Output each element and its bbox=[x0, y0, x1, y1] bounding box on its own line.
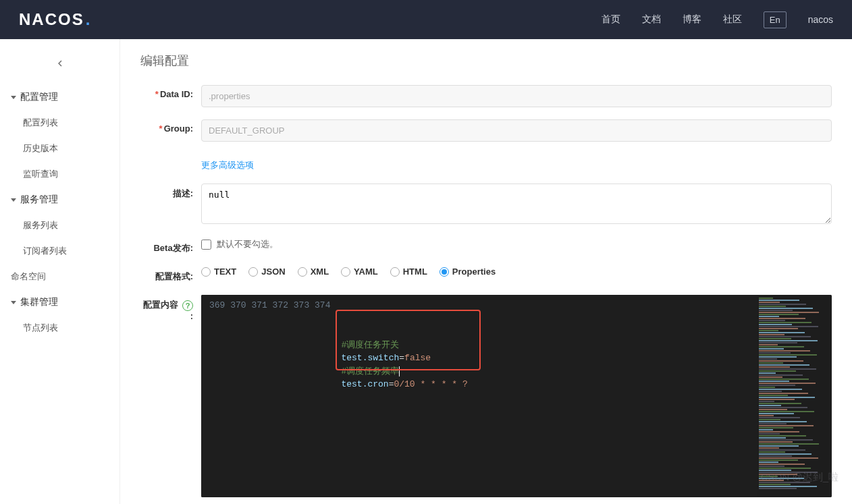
format-radio-html[interactable]: HTML bbox=[390, 267, 427, 277]
nav-community[interactable]: 社区 bbox=[723, 13, 742, 26]
more-options-link[interactable]: 更多高级选项 bbox=[201, 159, 254, 171]
editor-code[interactable]: #调度任务开关 test.switch=false #调度任务频率 test.c… bbox=[336, 295, 757, 497]
code-editor[interactable]: 369 370 371 372 373 374 #调度任务开关 test.swi… bbox=[201, 295, 832, 497]
editor-gutter: 369 370 371 372 373 374 bbox=[201, 295, 336, 497]
radio-icon bbox=[201, 267, 211, 277]
nav-home[interactable]: 首页 bbox=[602, 13, 620, 26]
main-content: 编辑配置 *Data ID: *Group: 更多高级选项 描述: null bbox=[120, 39, 852, 504]
radio-icon bbox=[390, 267, 400, 277]
group-input bbox=[201, 119, 832, 142]
menu-group-service[interactable]: 服务管理 bbox=[0, 187, 119, 213]
caret-down-icon bbox=[11, 96, 16, 99]
logo: NACOS. bbox=[19, 10, 91, 29]
user-label[interactable]: nacos bbox=[808, 14, 833, 25]
header-nav: 首页 文档 博客 社区 En nacos bbox=[602, 11, 833, 28]
radio-icon bbox=[298, 267, 307, 277]
help-icon[interactable]: ? bbox=[182, 300, 193, 311]
label-group: *Group: bbox=[140, 119, 201, 134]
radio-icon bbox=[341, 267, 350, 277]
label-desc: 描述: bbox=[140, 184, 201, 200]
desc-textarea[interactable]: null bbox=[201, 184, 832, 224]
app-header: NACOS. 首页 文档 博客 社区 En nacos bbox=[0, 0, 852, 39]
sidebar-item-node-list[interactable]: 节点列表 bbox=[0, 315, 119, 341]
sidebar-item-service-list[interactable]: 服务列表 bbox=[0, 213, 119, 238]
beta-checkbox-label: 默认不要勾选。 bbox=[217, 238, 278, 250]
sidebar-item-config-list[interactable]: 配置列表 bbox=[0, 110, 119, 136]
caret-down-icon bbox=[11, 198, 16, 202]
format-radio-json[interactable]: JSON bbox=[248, 267, 285, 277]
label-content: 配置内容 ? : bbox=[140, 295, 201, 321]
sidebar-item-namespace[interactable]: 命名空间 bbox=[0, 264, 119, 289]
nav-blog[interactable]: 博客 bbox=[683, 13, 701, 26]
format-radio-text[interactable]: TEXT bbox=[201, 267, 236, 277]
radio-icon bbox=[248, 267, 258, 277]
sidebar: 配置管理 配置列表 历史版本 监听查询 服务管理 服务列表 订阅者列表 命名空间… bbox=[0, 39, 120, 504]
format-radio-group: TEXTJSONXMLYAMLHTMLProperties bbox=[201, 267, 832, 277]
label-beta: Beta发布: bbox=[140, 238, 201, 254]
menu-group-cluster[interactable]: 集群管理 bbox=[0, 289, 119, 315]
data-id-input bbox=[201, 85, 832, 107]
format-radio-properties[interactable]: Properties bbox=[440, 267, 496, 277]
lang-toggle[interactable]: En bbox=[764, 11, 787, 28]
page-title: 编辑配置 bbox=[140, 53, 832, 69]
label-data-id: *Data ID: bbox=[140, 85, 201, 99]
chevron-left-icon bbox=[55, 58, 65, 69]
sidebar-item-history[interactable]: 历史版本 bbox=[0, 136, 119, 161]
nav-docs[interactable]: 文档 bbox=[642, 13, 661, 26]
caret-down-icon bbox=[11, 301, 16, 304]
label-format: 配置格式: bbox=[140, 267, 201, 283]
editor-minimap[interactable] bbox=[757, 295, 832, 497]
sidebar-item-listener[interactable]: 监听查询 bbox=[0, 161, 119, 187]
menu-group-config[interactable]: 配置管理 bbox=[0, 84, 119, 110]
collapse-sidebar-button[interactable] bbox=[0, 51, 119, 84]
beta-checkbox[interactable] bbox=[201, 240, 211, 250]
radio-icon bbox=[440, 267, 449, 277]
sidebar-item-subscriber[interactable]: 订阅者列表 bbox=[0, 238, 119, 264]
format-radio-xml[interactable]: XML bbox=[298, 267, 329, 277]
format-radio-yaml[interactable]: YAML bbox=[341, 267, 378, 277]
